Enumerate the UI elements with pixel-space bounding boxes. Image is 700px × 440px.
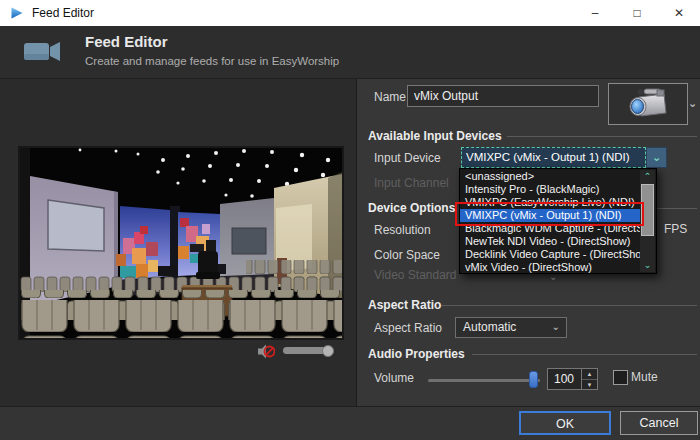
section-audio-properties: Audio Properties <box>368 347 465 361</box>
scroll-down-icon[interactable]: ⌄ <box>640 259 655 272</box>
feed-type-chevron-icon[interactable]: ⌄ <box>688 97 697 110</box>
title-bar: Feed Editor – □ ✕ <box>0 0 700 27</box>
maximize-button[interactable]: □ <box>616 0 658 26</box>
ok-button[interactable]: OK <box>519 411 611 435</box>
feed-type-button[interactable] <box>608 83 688 125</box>
aspect-ratio-chevron-icon: ⌄ <box>552 318 560 335</box>
input-channel-label: Input Channel <box>374 176 449 190</box>
section-line <box>507 136 697 137</box>
device-list-item[interactable]: Blackmagic WDM Capture - (DirectShow) <box>460 222 643 235</box>
volume-label: Volume <box>374 371 414 385</box>
input-device-combobox[interactable]: VMIXPC (vMix - Output 1) (NDI) <box>461 147 646 168</box>
section-line <box>472 354 697 355</box>
name-input[interactable]: vMix Output <box>407 85 599 107</box>
aspect-ratio-label: Aspect Ratio <box>374 321 442 335</box>
section-aspect-ratio: Aspect Ratio <box>368 298 441 312</box>
device-list-item[interactable]: vMix Video - (DirectShow) <box>460 261 643 274</box>
device-list-item[interactable]: <unassigned> <box>460 170 643 183</box>
muted-speaker-icon[interactable] <box>258 344 275 359</box>
resolution-label: Resolution <box>374 223 431 237</box>
section-device-options: Device Options <box>368 201 455 215</box>
section-available-input-devices: Available Input Devices <box>368 129 502 143</box>
device-list-item[interactable]: VMIXPC (vMix - Output 1) (NDI) <box>460 209 643 222</box>
section-line <box>442 305 697 306</box>
camcorder-icon <box>627 87 671 121</box>
spinner-down-icon[interactable]: ▼ <box>582 379 597 389</box>
easyworship-logo-icon <box>9 5 25 21</box>
input-device-label: Input Device <box>374 151 441 165</box>
aspect-ratio-dropdown[interactable]: Automatic ⌄ <box>455 317 567 338</box>
header-subtitle: Create and manage feeds for use in EasyW… <box>85 55 339 67</box>
cancel-button[interactable]: Cancel <box>620 411 698 435</box>
close-button[interactable]: ✕ <box>658 0 700 26</box>
scrollbar-thumb[interactable] <box>641 184 654 236</box>
list-scrollbar[interactable]: ⌃ ⌄ <box>640 170 655 272</box>
name-label: Name <box>374 90 406 104</box>
preview-volume-knob[interactable] <box>322 345 334 357</box>
device-list-item[interactable]: VMIXPC (EasyWorship Live) (NDI) <box>460 196 643 209</box>
device-list-item[interactable]: Intensity Pro - (BlackMagic) <box>460 183 643 196</box>
feed-editor-dialog: Feed Editor – □ ✕ Feed Editor Create and… <box>0 0 700 440</box>
header-title: Feed Editor <box>85 33 168 50</box>
fps-label: FPS <box>664 222 687 236</box>
color-space-label: Color Space <box>374 248 440 262</box>
video-camera-icon <box>24 38 64 65</box>
minimize-button[interactable]: – <box>574 0 616 26</box>
input-device-dropdown-list: <unassigned> Intensity Pro - (BlackMagic… <box>459 168 657 274</box>
device-list-item[interactable]: Decklink Video Capture - (DirectShow) <box>460 248 643 261</box>
volume-slider-handle[interactable] <box>529 371 538 388</box>
mute-label: Mute <box>631 370 658 384</box>
window-title: Feed Editor <box>32 0 94 26</box>
mute-checkbox[interactable] <box>613 370 628 385</box>
volume-value: 100 <box>554 369 574 389</box>
video-standard-label: Video Standard <box>374 268 457 282</box>
volume-spinner[interactable]: 100 ▲ ▼ <box>547 368 598 390</box>
input-device-chevron-icon[interactable]: ⌄ <box>646 147 667 168</box>
scroll-up-icon[interactable]: ⌃ <box>640 170 655 183</box>
device-list-item[interactable]: NewTek NDI Video - (DirectShow) <box>460 235 643 248</box>
volume-slider-track[interactable] <box>428 379 540 382</box>
preview-image <box>20 148 342 338</box>
aspect-ratio-value: Automatic <box>463 320 516 334</box>
spinner-up-icon[interactable]: ▲ <box>582 369 597 379</box>
